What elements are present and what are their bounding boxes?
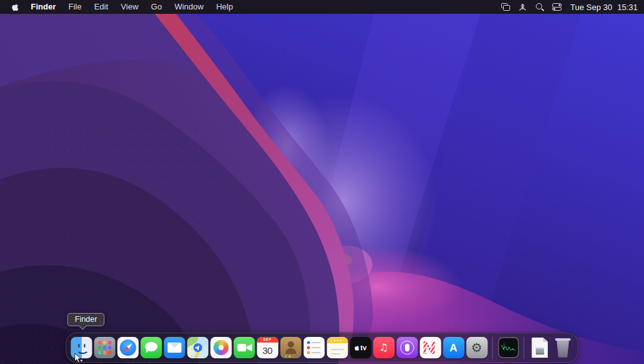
dock-item-podcasts[interactable] — [396, 333, 419, 362]
dock-item-system-preferences[interactable] — [465, 333, 489, 362]
control-center-icon[interactable] — [548, 0, 565, 14]
dock-item-activity-window[interactable] — [497, 333, 520, 362]
desktop-wallpaper — [0, 0, 644, 364]
apple-tv-icon: tv — [350, 337, 371, 358]
remote-desktop-glyph — [518, 3, 527, 11]
magnifier-glyph — [535, 3, 544, 11]
dock-item-document[interactable] — [528, 333, 552, 362]
dock-item-music[interactable] — [372, 333, 396, 362]
menu-item-file[interactable]: File — [62, 0, 88, 14]
menu-bar-left: Finder File Edit View Go Window Help — [6, 0, 239, 14]
music-icon — [373, 337, 394, 358]
menu-item-finder[interactable]: Finder — [25, 0, 62, 14]
dock-item-safari[interactable] — [116, 333, 140, 362]
dock-item-calendar[interactable]: SEP 30 — [256, 333, 279, 362]
menu-bar-status-area: Tue Sep 30 15:31 — [497, 0, 638, 14]
document-file-icon — [531, 338, 548, 358]
tooltip-label: Finder — [75, 315, 97, 324]
dock-item-launchpad[interactable] — [93, 333, 116, 362]
dock-item-news[interactable] — [419, 333, 442, 362]
app-store-icon — [443, 337, 464, 358]
dock-item-app-store[interactable] — [442, 333, 465, 362]
screen-mirroring-glyph — [501, 3, 510, 11]
gear-icon — [466, 337, 487, 358]
clock-date: Tue Sep 30 — [570, 3, 613, 12]
calendar-icon: SEP 30 — [257, 337, 278, 358]
notes-icon — [326, 337, 348, 358]
dock-item-tv[interactable]: tv — [349, 333, 372, 362]
launchpad-icon — [94, 337, 115, 358]
menu-bar: Finder File Edit View Go Window Help — [0, 0, 644, 14]
contacts-icon — [280, 337, 301, 358]
dock-separator — [524, 337, 525, 359]
trash-icon — [555, 338, 571, 358]
desktop-screen: Finder File Edit View Go Window Help — [0, 0, 644, 364]
dock-item-maps[interactable] — [186, 333, 209, 362]
toggles-glyph — [552, 3, 561, 11]
menu-item-edit[interactable]: Edit — [88, 0, 114, 14]
apple-logo-icon — [11, 3, 19, 12]
facetime-icon — [233, 337, 255, 358]
menu-item-go[interactable]: Go — [145, 0, 168, 14]
dock-item-photos[interactable] — [209, 333, 233, 362]
news-icon — [419, 337, 441, 358]
menu-item-view[interactable]: View — [114, 0, 145, 14]
dock-item-mail[interactable] — [163, 333, 186, 362]
podcasts-icon — [396, 337, 418, 358]
mouse-cursor — [74, 353, 82, 364]
finder-tooltip: Finder — [67, 313, 104, 326]
menu-item-help[interactable]: Help — [210, 0, 240, 14]
clock-time: 15:31 — [617, 3, 638, 12]
remote-desktop-icon[interactable] — [514, 0, 531, 14]
apple-logo-icon — [354, 344, 360, 351]
spotlight-search-icon[interactable] — [531, 0, 548, 14]
apple-menu[interactable] — [6, 0, 25, 14]
cpu-graph-glyph — [501, 342, 516, 353]
dock-item-messages[interactable] — [140, 333, 163, 362]
menu-bar-clock[interactable]: Tue Sep 30 15:31 — [570, 3, 638, 12]
dock-item-facetime[interactable] — [233, 333, 256, 362]
dock-separator — [492, 337, 493, 359]
screen-mirroring-icon[interactable] — [497, 0, 514, 14]
messages-icon — [140, 337, 162, 358]
safari-icon — [117, 337, 138, 358]
mail-icon — [164, 337, 185, 358]
photos-icon — [210, 337, 231, 358]
reminders-icon — [303, 337, 325, 358]
dock-item-trash[interactable] — [552, 333, 575, 362]
dock-item-contacts[interactable] — [279, 333, 303, 362]
dock-item-reminders[interactable] — [303, 333, 326, 362]
menu-item-window[interactable]: Window — [168, 0, 209, 14]
calendar-day-label: 30 — [257, 343, 278, 358]
maps-icon — [187, 337, 208, 358]
dock: SEP 30 tv — [66, 333, 579, 363]
dock-item-notes[interactable] — [326, 333, 349, 362]
activity-graph-window-thumbnail — [497, 337, 519, 358]
tv-label: tv — [360, 344, 367, 351]
calendar-month-label: SEP — [257, 337, 278, 343]
